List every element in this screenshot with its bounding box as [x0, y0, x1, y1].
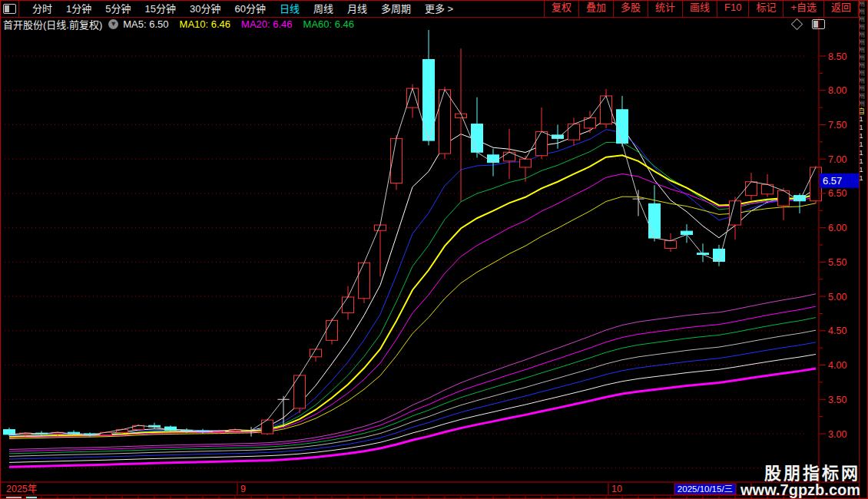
toolbar-action-+自选[interactable]: +自选 [783, 0, 824, 17]
diamond-icon[interactable] [791, 18, 803, 31]
svg-text:8.50: 8.50 [828, 51, 846, 62]
watermark: 股朋指标网 www.7gpzb.com [740, 464, 860, 498]
ma-value-label: MA60: 6.46 [303, 18, 355, 30]
svg-text:5.00: 5.00 [828, 292, 846, 302]
ema-line-23 [9, 197, 816, 438]
ma-value-label: MA20: 6.46 [241, 18, 293, 30]
toolbar-actions: 复权叠加多股统计画线F10标记+自选返回 [545, 0, 859, 17]
toolbar-action-复权[interactable]: 复权 [544, 0, 579, 17]
ema-line-122 [9, 342, 816, 459]
side-panel-digits: 11111111 [859, 115, 865, 183]
side-panel-tag: 自 [859, 107, 865, 115]
svg-text:2025年: 2025年 [6, 484, 37, 494]
toolbar-action-多股[interactable]: 多股 [613, 0, 648, 17]
period-tab-月线[interactable]: 月线 [340, 1, 374, 17]
stock-title: 首开股份(日线.前复权) [0, 17, 102, 31]
toolbar-action-F10[interactable]: F10 [717, 0, 749, 17]
toolbar-action-叠加[interactable]: 叠加 [578, 0, 614, 17]
ema-line-5 [9, 119, 816, 435]
period-tab-60分钟[interactable]: 60分钟 [227, 1, 272, 17]
period-tab-1分钟[interactable]: 1分钟 [59, 1, 98, 17]
svg-text:6.50: 6.50 [828, 188, 846, 199]
ema-line-18 [9, 174, 816, 438]
watermark-site-name: 股朋指标网 [740, 464, 860, 482]
period-tab-周线[interactable]: 周线 [306, 1, 340, 17]
side-panel-glyphs: 州州州州州州州州州州州州州州 [859, 0, 865, 107]
ema-line-160 [9, 368, 816, 467]
svg-text:10: 10 [611, 484, 622, 494]
panel-toggle-icon[interactable] [812, 19, 825, 29]
watermark-url: www.7gpzb.com [740, 482, 860, 498]
ma-value-label: MA5: 6.50 [123, 18, 168, 30]
ma-values: MA5: 6.50MA10: 6.46MA20: 6.46MA60: 6.46 [123, 18, 365, 30]
svg-text:7.00: 7.00 [828, 154, 846, 165]
period-tab-分时[interactable]: 分时 [25, 1, 59, 17]
svg-text:2025/10/15/三: 2025/10/15/三 [678, 484, 733, 494]
ema-line-8 [9, 130, 816, 436]
ema-line-108 [9, 330, 816, 456]
kline-chart[interactable]: 8.508.007.507.006.506.005.505.004.504.00… [0, 0, 868, 499]
period-toolbar: 分时1分钟5分钟15分钟30分钟60分钟日线周线月线多周期更多 > 复权叠加多股… [0, 0, 859, 18]
period-tab-日线[interactable]: 日线 [273, 1, 306, 17]
svg-text:5.50: 5.50 [828, 257, 846, 268]
info-row: 首开股份(日线.前复权) ▼ MA5: 6.50MA10: 6.46MA20: … [0, 18, 859, 31]
chevron-down-icon[interactable]: ▼ [108, 19, 118, 29]
period-tab-30分钟[interactable]: 30分钟 [183, 1, 227, 17]
svg-text:3.00: 3.00 [828, 429, 846, 440]
period-tab-5分钟[interactable]: 5分钟 [98, 1, 137, 17]
svg-text:8.00: 8.00 [828, 85, 846, 96]
svg-text:3.50: 3.50 [828, 395, 846, 405]
svg-text:7.50: 7.50 [828, 120, 846, 131]
clipped-side-panel[interactable]: 州州州州州州州州州州州州州州 自 11111111 [859, 0, 868, 499]
toolbar-action-返回[interactable]: 返回 [823, 0, 859, 17]
period-tab-更多 >[interactable]: 更多 > [418, 1, 460, 17]
toolbar-action-统计[interactable]: 统计 [648, 0, 683, 17]
split-pane-icon [3, 4, 16, 14]
svg-text:4.50: 4.50 [828, 326, 846, 336]
split-pane-button[interactable] [0, 0, 19, 17]
period-tab-15分钟[interactable]: 15分钟 [137, 1, 182, 17]
toolbar-action-标记[interactable]: 标记 [748, 0, 784, 17]
period-tabs: 分时1分钟5分钟15分钟30分钟60分钟日线周线月线多周期更多 > [19, 0, 460, 17]
ma-value-label: MA10: 6.46 [180, 18, 231, 30]
svg-text:6.57: 6.57 [823, 175, 842, 187]
toolbar-action-画线[interactable]: 画线 [682, 0, 717, 17]
svg-text:6.00: 6.00 [828, 223, 846, 233]
svg-text:4.00: 4.00 [828, 360, 846, 371]
svg-text:9: 9 [240, 484, 246, 494]
period-tab-多周期[interactable]: 多周期 [374, 1, 418, 17]
ema-line-85 [9, 306, 816, 451]
